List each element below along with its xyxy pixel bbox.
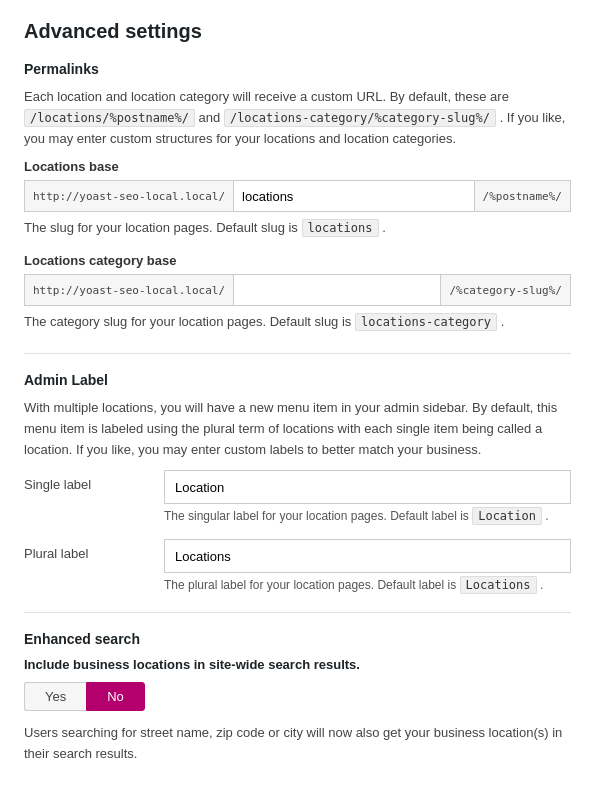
- locations-base-label: Locations base: [24, 159, 571, 174]
- admin-label-section: Admin Label With multiple locations, you…: [24, 372, 571, 592]
- locations-category-base-url-suffix: /%category-slug%/: [441, 274, 571, 306]
- single-label-default: Location: [472, 507, 542, 525]
- permalinks-and: and: [199, 110, 221, 125]
- permalinks-desc1: Each location and location category will…: [24, 89, 509, 104]
- locations-base-url-suffix: /%postname%/: [475, 180, 571, 212]
- locations-category-base-description: The category slug for your location page…: [24, 312, 571, 333]
- toggle-group: Yes No: [24, 682, 571, 711]
- enhanced-search-bold-label: Include business locations in site-wide …: [24, 657, 571, 672]
- locations-category-base-input[interactable]: [233, 274, 441, 306]
- single-label-description: The singular label for your location pag…: [164, 509, 571, 523]
- single-label-right: The singular label for your location pag…: [164, 470, 571, 523]
- locations-base-default-slug: locations: [302, 219, 379, 237]
- locations-category-base-label: Locations category base: [24, 253, 571, 268]
- plural-label-row: Plural label The plural label for your l…: [24, 539, 571, 592]
- locations-category-base-field-row: http://yoast-seo-local.local/ /%category…: [24, 274, 571, 306]
- permalinks-heading: Permalinks: [24, 61, 571, 77]
- plural-label-description: The plural label for your location pages…: [164, 578, 571, 592]
- divider-2: [24, 612, 571, 613]
- locations-category-base-url-prefix: http://yoast-seo-local.local/: [24, 274, 233, 306]
- plural-label-field-label: Plural label: [24, 539, 164, 561]
- locations-base-url-prefix: http://yoast-seo-local.local/: [24, 180, 233, 212]
- enhanced-search-section: Enhanced search Include business locatio…: [24, 631, 571, 765]
- admin-label-heading: Admin Label: [24, 372, 571, 388]
- single-label-field-label: Single label: [24, 470, 164, 492]
- yes-button[interactable]: Yes: [24, 682, 86, 711]
- permalinks-description: Each location and location category will…: [24, 87, 571, 149]
- admin-label-description: With multiple locations, you will have a…: [24, 398, 571, 460]
- enhanced-search-heading: Enhanced search: [24, 631, 571, 647]
- single-label-input[interactable]: [164, 470, 571, 504]
- page-wrapper: Advanced settings Permalinks Each locati…: [0, 0, 595, 800]
- locations-category-base-default-slug: locations-category: [355, 313, 497, 331]
- locations-base-field-row: http://yoast-seo-local.local/ /%postname…: [24, 180, 571, 212]
- page-title: Advanced settings: [24, 20, 571, 43]
- plural-label-input[interactable]: [164, 539, 571, 573]
- permalinks-section: Permalinks Each location and location ca…: [24, 61, 571, 333]
- permalinks-code2: /locations-category/%category-slug%/: [224, 109, 496, 127]
- plural-label-default: Locations: [460, 576, 537, 594]
- no-button[interactable]: No: [86, 682, 145, 711]
- locations-base-input[interactable]: [233, 180, 474, 212]
- single-label-row: Single label The singular label for your…: [24, 470, 571, 523]
- plural-label-right: The plural label for your location pages…: [164, 539, 571, 592]
- locations-base-description: The slug for your location pages. Defaul…: [24, 218, 571, 239]
- permalinks-code1: /locations/%postname%/: [24, 109, 195, 127]
- enhanced-search-description: Users searching for street name, zip cod…: [24, 723, 571, 765]
- divider-1: [24, 353, 571, 354]
